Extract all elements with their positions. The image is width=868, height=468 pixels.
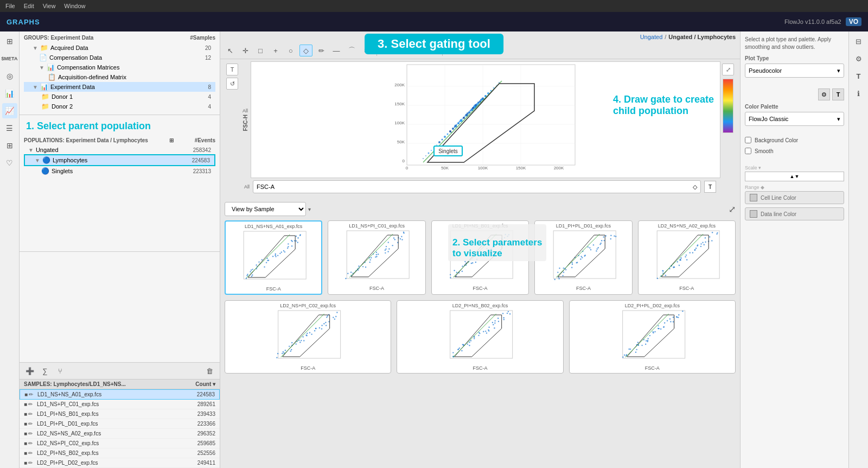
- menu-file[interactable]: File: [5, 3, 15, 9]
- breadcrumb-ungated[interactable]: Ungated: [640, 34, 663, 40]
- tree-donor1[interactable]: 📁 Donor 1 4: [24, 92, 215, 102]
- oval-gate-btn[interactable]: ○: [284, 45, 297, 56]
- small-plot-card[interactable]: LD2_PI+PL_D02_exp.fcsFSC-A: [569, 300, 736, 374]
- menu-view[interactable]: View: [43, 3, 56, 9]
- breadcrumb-separator: /: [665, 34, 666, 40]
- svg-point-280: [276, 357, 277, 358]
- svg-point-397: [667, 320, 668, 321]
- text-format-icon[interactable]: T: [832, 88, 844, 100]
- small-plot-svg: [227, 309, 388, 364]
- small-plot-card[interactable]: LD1_PI+PL_D01_exp.fcsFSC-A: [534, 220, 632, 295]
- svg-point-290: [291, 342, 292, 343]
- select-tool-btn[interactable]: ↖: [224, 45, 237, 56]
- svg-point-58: [477, 102, 480, 104]
- sample-row[interactable]: ■ ✏ LD2_NS+PI_C02_exp.fcs 259685: [20, 439, 220, 448]
- data-line-color-btn[interactable]: Data line Color: [745, 207, 844, 220]
- sample-row[interactable]: ■ ✏ LD1_NS+NS_A01_exp.fcs 224583: [20, 389, 220, 400]
- sample-row[interactable]: ■ ✏ LD2_PI+PL_D02_exp.fcs 249411: [20, 458, 220, 468]
- menu-edit[interactable]: Edit: [24, 3, 34, 9]
- small-plot-svg: [434, 230, 526, 284]
- curve-gate-btn[interactable]: ⌒: [345, 45, 358, 56]
- add-sample-btn[interactable]: ➕: [24, 365, 36, 377]
- meta-btn[interactable]: $META: [2, 51, 17, 66]
- panel-toggle-btn[interactable]: ⊞: [2, 34, 17, 49]
- expand-plot-btn[interactable]: ⤢: [722, 64, 734, 75]
- svg-point-56: [472, 107, 474, 109]
- color-palette-select[interactable]: FlowJo Classic ▾: [745, 112, 844, 126]
- donor1-icon: 📁: [41, 93, 49, 100]
- plot-type-select[interactable]: Pseudocolor ▾: [745, 64, 844, 78]
- expand-plots-btn[interactable]: ⤢: [729, 204, 736, 214]
- sample-row[interactable]: ■ ✏ LD1_PI+NS_B01_exp.fcs 239433: [20, 409, 220, 419]
- line-gate-btn[interactable]: —: [330, 45, 343, 56]
- svg-point-199: [559, 268, 560, 269]
- text-tool-btn[interactable]: T: [226, 64, 238, 75]
- svg-point-202: [565, 269, 566, 270]
- svg-point-274: [712, 232, 713, 233]
- tree-singlets[interactable]: 🔵 Singlets 223313: [24, 166, 215, 176]
- right-panel-toggle-btn[interactable]: ⊟: [851, 34, 866, 49]
- menu-window[interactable]: Window: [64, 3, 85, 9]
- x-axis-dropdown[interactable]: FSC-A ◇: [253, 180, 701, 193]
- svg-point-326: [452, 352, 454, 353]
- tree-experiment-data[interactable]: ▼ 📊 Experiment Data 8: [24, 82, 215, 92]
- sample-row[interactable]: ■ ✏ LD2_NS+NS_A02_exp.fcs 296352: [20, 429, 220, 439]
- tree-comp-data[interactable]: 📄 Compensation Data 12: [24, 53, 215, 62]
- table-btn[interactable]: ☰: [2, 121, 17, 136]
- svg-point-171: [481, 254, 482, 255]
- stats-btn[interactable]: 📊: [2, 86, 17, 101]
- svg-point-223: [598, 247, 599, 248]
- tree-acquired-data[interactable]: ▼ 📁 Acquired Data 20: [24, 43, 215, 53]
- svg-point-182: [496, 243, 497, 244]
- small-plot-card[interactable]: LD1_NS+NS_A01_exp.fcsFSC-A: [225, 220, 322, 295]
- cell-line-color-btn[interactable]: Cell Line Color: [745, 191, 844, 204]
- svg-point-341: [478, 335, 480, 336]
- sum-btn[interactable]: ∑: [39, 365, 51, 377]
- axis-text-btn[interactable]: T: [704, 181, 716, 193]
- right-info-btn[interactable]: ℹ: [851, 86, 866, 101]
- small-plot-card[interactable]: LD2_NS+PI_C02_exp.fcsFSC-A: [225, 300, 391, 374]
- small-plot-card[interactable]: LD1_NS+PI_C01_exp.fcsFSC-A: [328, 220, 425, 295]
- sample-row[interactable]: ■ ✏ LD1_PI+PL_D01_exp.fcs 223366: [20, 419, 220, 429]
- smooth-checkbox[interactable]: [745, 148, 751, 154]
- comp-matrices-label: Compensation Matrices: [57, 64, 199, 71]
- plots-btn[interactable]: 📈: [2, 103, 17, 118]
- sidebar-spacer: [20, 252, 220, 363]
- acq-matrix-icon: 📋: [48, 73, 56, 81]
- small-plot-card[interactable]: LD2_PI+NS_B02_exp.fcsFSC-A: [397, 300, 563, 374]
- delete-btn[interactable]: 🗑: [203, 365, 215, 377]
- tree-acq-matrix[interactable]: 📋 Acquisition-defined Matrix: [24, 72, 215, 82]
- rect-gate-btn[interactable]: □: [254, 45, 267, 56]
- heart-btn[interactable]: ♡: [2, 155, 17, 170]
- view-by-select[interactable]: View by Sample: [225, 202, 306, 216]
- scale-value[interactable]: ▲▼: [745, 172, 844, 181]
- right-settings-btn[interactable]: ⚙: [851, 51, 866, 66]
- sample-name: LD2_PI+NS_B02_exp.fcs: [37, 450, 172, 456]
- grid-btn[interactable]: ⊞: [2, 138, 17, 153]
- freehand-gate-btn[interactable]: ✏: [315, 45, 328, 56]
- crosshair-tool-btn[interactable]: ✛: [239, 45, 252, 56]
- rotate-tool-btn[interactable]: ↺: [226, 78, 238, 90]
- tree-ungated[interactable]: ▼ Ungated 258342: [24, 146, 215, 154]
- right-text-btn[interactable]: T: [851, 68, 866, 84]
- tree-donor2[interactable]: 📁 Donor 2 4: [24, 102, 215, 111]
- scale-section: Scale ▾ ▲▼ Range ◆: [745, 165, 844, 191]
- sample-edit-icon: ✏: [28, 431, 33, 437]
- svg-point-293: [299, 341, 301, 343]
- background-color-checkbox[interactable]: [745, 137, 751, 143]
- branch-btn[interactable]: ⑂: [54, 365, 66, 377]
- cross-gate-btn[interactable]: +: [269, 45, 282, 56]
- sample-row[interactable]: ■ ✏ LD1_NS+PI_C01_exp.fcs 289261: [20, 400, 220, 409]
- svg-point-266: [703, 244, 704, 245]
- tree-lymphocytes[interactable]: ▼ 🔵 Lymphocytes 224583: [24, 154, 215, 166]
- sample-row[interactable]: ■ ✏ LD2_PI+NS_B02_exp.fcs 252556: [20, 448, 220, 458]
- tree-comp-matrices[interactable]: ▼ 📊 Compensation Matrices: [24, 62, 215, 72]
- settings-icon[interactable]: ⚙: [818, 88, 830, 100]
- small-plot-card[interactable]: LD1_PI+NS_B01_exp.fcsFSC-A: [431, 220, 529, 295]
- scatter-plot[interactable]: 0 50K 100K 150K 200K 0 50K 100K 150K 200…: [251, 61, 720, 178]
- poly-gate-btn[interactable]: ◇: [299, 45, 312, 56]
- svg-point-258: [685, 255, 686, 256]
- populations-btn[interactable]: ◎: [2, 68, 17, 84]
- plot-right-tools: ⤢: [720, 61, 736, 195]
- small-plot-card[interactable]: LD2_NS+NS_A02_exp.fcsFSC-A: [638, 220, 736, 295]
